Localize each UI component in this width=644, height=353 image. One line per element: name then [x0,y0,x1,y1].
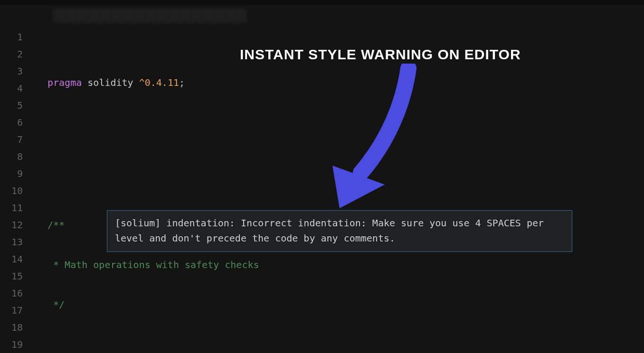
line-number: 17 [0,302,33,319]
line-number: 14 [0,251,33,268]
lint-tooltip-text: [solium] indentation: Incorrect indentat… [115,217,544,244]
code-line[interactable]: */ [33,296,644,313]
line-number: 6 [0,114,33,131]
line-number-gutter: 1 2 3 4 5 6 7 8 9 10 11 12 13 14 15 16 1… [0,0,33,353]
line-number: 11 [0,199,33,216]
line-number: 2 [0,46,33,63]
line-number: 3 [0,63,33,80]
code-line[interactable]: * Math operations with safety checks [33,256,644,273]
space [82,77,87,88]
line-number: 18 [0,319,33,336]
semicolon: ; [179,77,185,88]
keyword-pragma: pragma [47,77,82,88]
version-literal: ^0.4.11 [139,77,179,88]
line-number: 16 [0,285,33,302]
line-number: 19 [0,336,33,353]
code-line[interactable] [33,165,644,182]
code-area[interactable]: pragma solidity ^0.4.11; /** * Math oper… [33,0,644,353]
line-number: 4 [0,80,33,97]
line-number: 12 [0,216,33,233]
line-number: 9 [0,165,33,182]
lint-tooltip: [solium] indentation: Incorrect indentat… [107,210,572,252]
line-number: 5 [0,97,33,114]
code-line[interactable]: pragma solidity ^0.4.11; [33,74,644,91]
keyword-solidity: solidity [87,77,133,88]
line-number: 7 [0,131,33,148]
line-number: 13 [0,233,33,251]
code-line[interactable] [33,125,644,142]
annotation-headline: INSTANT STYLE WARNING ON EDITOR [240,46,521,63]
line-number: 10 [0,182,33,199]
line-number: 15 [0,268,33,285]
space [133,77,139,88]
line-number: 8 [0,148,33,165]
line-number: 1 [0,28,33,46]
code-editor[interactable]: 1 2 3 4 5 6 7 8 9 10 11 12 13 14 15 16 1… [0,0,644,353]
obscured-tab-bar [52,9,247,23]
